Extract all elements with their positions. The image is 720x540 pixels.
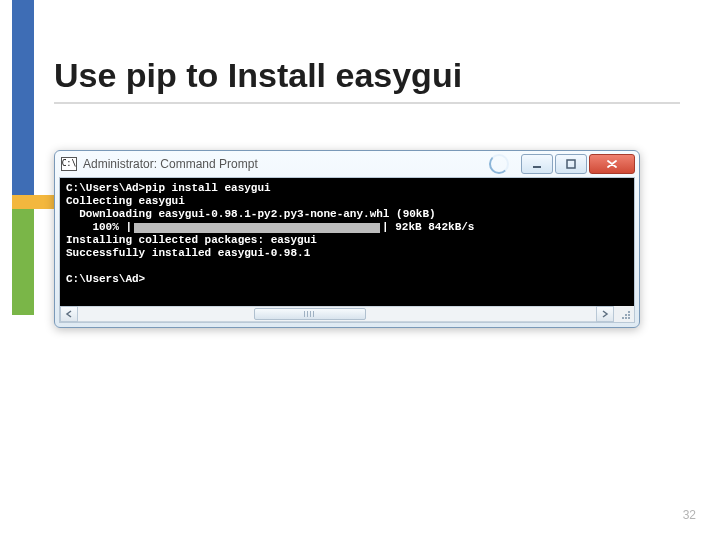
window-titlebar[interactable]: C:\ Administrator: Command Prompt	[55, 151, 639, 177]
scroll-left-button[interactable]	[60, 306, 78, 322]
scroll-thumb[interactable]	[254, 308, 366, 320]
close-icon	[606, 159, 618, 169]
console-line: Installing collected packages: easygui	[66, 234, 317, 246]
console-progress-line: 100% || 92kB 842kB/s	[66, 221, 474, 234]
svg-rect-0	[533, 166, 541, 168]
minimize-icon	[532, 159, 542, 169]
accent-bar-green	[12, 195, 34, 315]
console-output: C:\Users\Ad>pip install easygui Collecti…	[60, 178, 634, 306]
chevron-right-icon	[601, 310, 609, 318]
cmd-icon: C:\	[61, 157, 77, 171]
page-number: 32	[683, 508, 696, 522]
svg-rect-7	[628, 317, 630, 319]
progress-prefix: 100% |	[66, 221, 132, 234]
progress-suffix: | 92kB 842kB/s	[382, 221, 474, 234]
command-prompt-window: C:\ Administrator: Command Prompt C:\Use…	[54, 150, 640, 328]
window-control-buttons	[521, 154, 635, 174]
window-client-area: C:\Users\Ad>pip install easygui Collecti…	[59, 177, 635, 323]
busy-spinner-icon	[489, 154, 509, 174]
accent-bar-blue	[12, 0, 34, 195]
svg-rect-1	[567, 160, 575, 168]
maximize-button[interactable]	[555, 154, 587, 174]
console-line: Collecting easygui	[66, 195, 185, 207]
chevron-left-icon	[65, 310, 73, 318]
svg-rect-3	[625, 314, 627, 316]
scroll-track[interactable]	[78, 306, 596, 322]
svg-rect-6	[625, 317, 627, 319]
maximize-icon	[566, 159, 576, 169]
console-line: C:\Users\Ad>	[66, 273, 145, 285]
console-line: Downloading easygui-0.98.1-py2.py3-none-…	[66, 208, 436, 220]
scroll-right-button[interactable]	[596, 306, 614, 322]
slide-title: Use pip to Install easygui	[54, 56, 680, 95]
horizontal-scrollbar[interactable]	[60, 306, 634, 322]
svg-rect-4	[628, 314, 630, 316]
title-underline	[54, 102, 680, 104]
console-line: C:\Users\Ad>pip install easygui	[66, 182, 271, 194]
accent-bar-yellow	[12, 195, 56, 209]
progress-bar	[134, 223, 380, 233]
console-line: Successfully installed easygui-0.98.1	[66, 247, 310, 259]
resize-grip-icon[interactable]	[614, 306, 634, 322]
svg-rect-5	[622, 317, 624, 319]
close-button[interactable]	[589, 154, 635, 174]
minimize-button[interactable]	[521, 154, 553, 174]
svg-rect-2	[628, 311, 630, 313]
window-title: Administrator: Command Prompt	[83, 157, 483, 171]
